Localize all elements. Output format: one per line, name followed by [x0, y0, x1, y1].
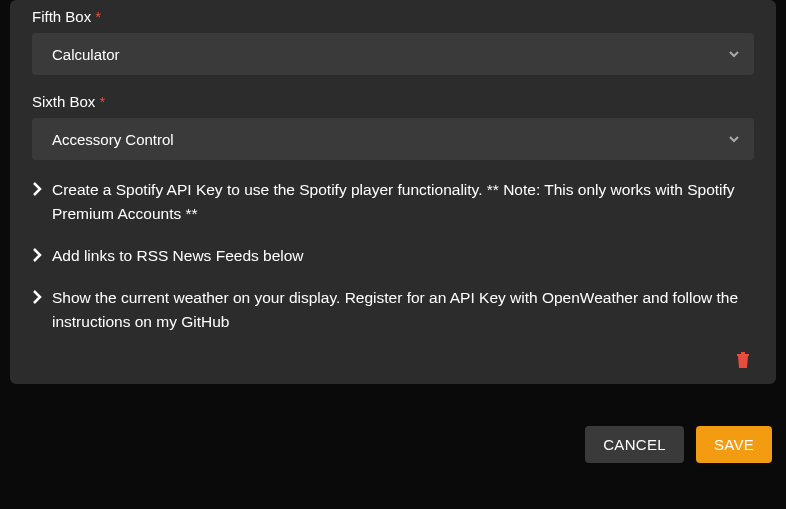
weather-expander[interactable]: Show the current weather on your display… — [32, 286, 754, 334]
footer-actions: CANCEL SAVE — [0, 384, 786, 463]
expander-text: Add links to RSS News Feeds below — [52, 244, 304, 268]
chevron-down-icon — [728, 133, 740, 145]
required-mark: * — [95, 8, 101, 25]
label-text: Fifth Box — [32, 8, 91, 25]
svg-rect-0 — [737, 354, 749, 356]
rss-expander[interactable]: Add links to RSS News Feeds below — [32, 244, 754, 268]
chevron-right-icon — [32, 247, 42, 263]
settings-panel: Fifth Box * Calculator Sixth Box * Acces… — [10, 0, 776, 384]
chevron-right-icon — [32, 289, 42, 305]
select-value: Accessory Control — [52, 131, 174, 148]
chevron-down-icon — [728, 48, 740, 60]
fifth-box-field: Fifth Box * Calculator — [32, 8, 754, 75]
label-text: Sixth Box — [32, 93, 95, 110]
sixth-box-label: Sixth Box * — [32, 93, 754, 110]
sixth-box-field: Sixth Box * Accessory Control — [32, 93, 754, 160]
expander-text: Show the current weather on your display… — [52, 286, 754, 334]
fifth-box-select[interactable]: Calculator — [32, 33, 754, 75]
trash-icon[interactable] — [736, 352, 750, 368]
required-mark: * — [100, 93, 106, 110]
save-button[interactable]: SAVE — [696, 426, 772, 463]
fifth-box-label: Fifth Box * — [32, 8, 754, 25]
spotify-expander[interactable]: Create a Spotify API Key to use the Spot… — [32, 178, 754, 226]
cancel-button[interactable]: CANCEL — [585, 426, 684, 463]
sixth-box-select[interactable]: Accessory Control — [32, 118, 754, 160]
svg-rect-1 — [741, 352, 745, 354]
delete-row — [32, 352, 754, 368]
expander-text: Create a Spotify API Key to use the Spot… — [52, 178, 754, 226]
chevron-right-icon — [32, 181, 42, 197]
select-value: Calculator — [52, 46, 120, 63]
